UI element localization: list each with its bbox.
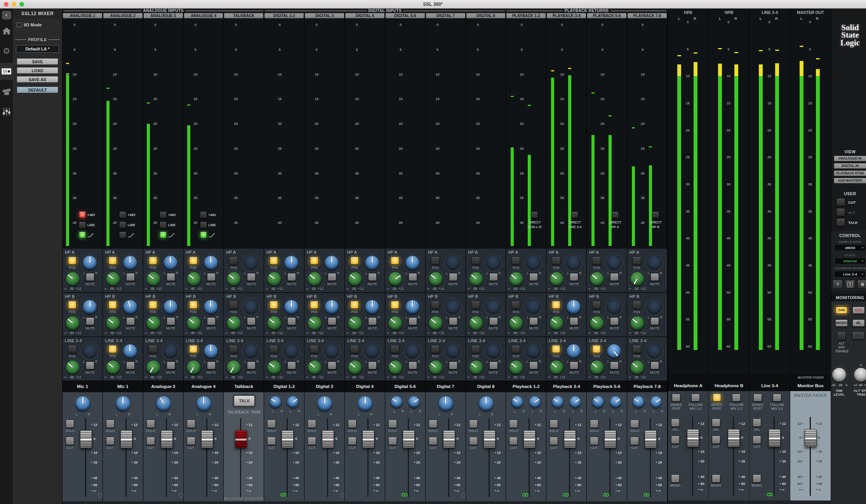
monitor-dim-button[interactable]: DIM: [835, 307, 848, 314]
cut-button[interactable]: [388, 437, 397, 445]
cut-button[interactable]: [187, 437, 195, 445]
fader-handle[interactable]: [80, 430, 92, 448]
fader-handle[interactable]: [523, 430, 536, 448]
cut-button[interactable]: [469, 437, 478, 445]
pan-button[interactable]: [229, 257, 238, 265]
mute-button[interactable]: [409, 362, 417, 369]
pan-knob[interactable]: [197, 396, 211, 411]
cut-button[interactable]: [550, 437, 558, 445]
stereo-link-indicator[interactable]: [522, 493, 530, 497]
fader-handle[interactable]: [604, 430, 616, 448]
pan-button[interactable]: [471, 257, 480, 265]
level-knob[interactable]: [469, 316, 483, 330]
pan-knob[interactable]: [163, 256, 177, 270]
fader-handle[interactable]: [161, 430, 173, 448]
pan-button[interactable]: [68, 346, 77, 353]
monitor-cut-button[interactable]: CUT: [852, 307, 865, 314]
fader-handle[interactable]: [728, 429, 740, 447]
user-talk-button[interactable]: [836, 219, 845, 226]
pan-button[interactable]: [189, 257, 198, 265]
cut-button[interactable]: [630, 437, 639, 445]
pan-knob[interactable]: [204, 344, 218, 358]
pan-knob[interactable]: [163, 300, 177, 314]
level-knob[interactable]: [630, 316, 644, 330]
pair-link-toggle[interactable]: [98, 493, 103, 497]
pan-button[interactable]: [229, 301, 238, 309]
pan-button[interactable]: [350, 257, 359, 265]
cut-button[interactable]: [267, 437, 276, 445]
pan-knob[interactable]: [284, 256, 298, 270]
mute-button[interactable]: [409, 274, 417, 281]
afl-button[interactable]: [753, 419, 761, 427]
mute-button[interactable]: [610, 318, 619, 325]
pan-button[interactable]: [270, 346, 278, 353]
level-knob[interactable]: [227, 360, 241, 374]
line-button[interactable]: [160, 222, 167, 228]
hpf-button[interactable]: [200, 232, 207, 238]
level-knob[interactable]: [308, 360, 322, 374]
pan-knob[interactable]: [479, 396, 494, 411]
stereo-link-indicator[interactable]: [603, 493, 611, 497]
stereo-link-indicator[interactable]: [280, 493, 288, 497]
line-button[interactable]: [119, 222, 126, 228]
back-button[interactable]: ‹: [2, 11, 11, 19]
channel-select-digital-5-6[interactable]: DIGITAL 5-6: [386, 13, 425, 18]
io-mode-checkbox[interactable]: [17, 23, 21, 27]
sidebar-item-mixer[interactable]: [0, 63, 13, 80]
pan-button[interactable]: [511, 301, 520, 309]
pan-knob[interactable]: [156, 396, 171, 411]
line-button[interactable]: [79, 222, 86, 228]
level-knob[interactable]: [66, 272, 80, 286]
channel-select-playback-3-4[interactable]: PLAYBACK 3-4: [547, 13, 586, 18]
pan-knob-l[interactable]: [391, 396, 402, 408]
dim-level-knob[interactable]: [832, 368, 846, 382]
alt-spk-enable-button[interactable]: [837, 332, 846, 340]
level-knob[interactable]: [146, 316, 160, 330]
pair-link-toggle[interactable]: [179, 493, 183, 497]
stereo-link-indicator[interactable]: [643, 493, 651, 497]
channel-select-digital-8[interactable]: DIGITAL 8: [466, 13, 506, 18]
view-playback-rtns-button[interactable]: PLAYBACK RTNS: [834, 170, 866, 176]
mute-button[interactable]: [126, 274, 135, 281]
mute-button[interactable]: [650, 362, 659, 369]
afl-button[interactable]: [671, 419, 680, 427]
channel-select-digital-7[interactable]: DIGITAL 7: [426, 13, 465, 18]
phantom-button[interactable]: [200, 212, 207, 218]
pan-button[interactable]: [471, 346, 480, 353]
channel-select-digital-1-2[interactable]: DIGITAL 1-2: [264, 13, 304, 18]
pan-button[interactable]: [391, 301, 399, 309]
cut-button[interactable]: [509, 437, 518, 445]
level-knob[interactable]: [429, 272, 443, 286]
mute-button[interactable]: [610, 274, 619, 281]
solo-button[interactable]: [187, 420, 195, 428]
cut-button[interactable]: [106, 437, 115, 445]
talk-button[interactable]: TALK: [234, 395, 255, 406]
help-button[interactable]: ?: [833, 281, 843, 289]
fader-handle[interactable]: [120, 430, 132, 448]
user-alt-button[interactable]: [836, 209, 845, 216]
mute-button[interactable]: [167, 318, 175, 325]
mute-button[interactable]: [570, 274, 578, 281]
solo-button[interactable]: [509, 420, 518, 428]
mute-button[interactable]: [287, 274, 296, 281]
cut-button[interactable]: [146, 437, 155, 445]
sidebar-item-settings[interactable]: ⚙: [0, 43, 13, 60]
cut-button[interactable]: [66, 437, 74, 445]
level-knob[interactable]: [550, 272, 563, 286]
mute-button[interactable]: [489, 274, 498, 281]
pan-button[interactable]: [350, 346, 359, 353]
mute-button[interactable]: [529, 318, 538, 325]
pan-button[interactable]: [431, 257, 440, 265]
pan-button[interactable]: [108, 257, 117, 265]
direct-button[interactable]: [612, 212, 619, 218]
level-knob[interactable]: [187, 272, 201, 286]
pan-button[interactable]: [149, 257, 157, 265]
level-knob[interactable]: [348, 316, 362, 330]
sample-rate-select[interactable]: 48000▼: [835, 244, 866, 251]
channel-select-digital-3[interactable]: DIGITAL 3: [305, 13, 344, 18]
pan-button[interactable]: [633, 301, 641, 309]
mute-button[interactable]: [610, 362, 619, 369]
phantom-button[interactable]: [119, 212, 126, 218]
master-fader-handle[interactable]: [805, 429, 817, 447]
pan-button[interactable]: [189, 346, 198, 353]
